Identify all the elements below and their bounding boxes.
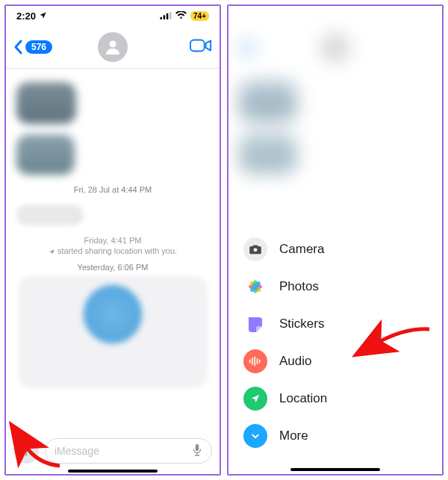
svg-point-4 [110, 40, 116, 47]
stickers-icon [243, 312, 267, 336]
svg-point-7 [254, 248, 258, 252]
status-bar: 2:20 74+ [6, 6, 220, 25]
sheet-item-camera[interactable]: Camera [243, 231, 427, 268]
back-count-badge: 576 [25, 40, 52, 54]
timestamp: Fri, 28 Jul at 4:44 PM [12, 185, 214, 194]
message-bubble [16, 134, 75, 175]
sheet-item-label: Location [279, 391, 327, 406]
status-time: 2:20 [16, 10, 36, 22]
more-icon [243, 424, 267, 448]
sheet-item-label: More [279, 428, 308, 443]
plus-icon [19, 444, 33, 458]
sheet-item-location[interactable]: Location [243, 380, 427, 417]
sheet-item-label: Stickers [279, 317, 324, 331]
camera-icon [243, 237, 267, 261]
sheet-item-stickers[interactable]: Stickers [243, 305, 427, 343]
home-indicator [68, 470, 158, 473]
message-bubble [16, 205, 84, 225]
plus-button[interactable] [13, 438, 39, 464]
dictation-icon[interactable] [192, 443, 202, 459]
sheet-item-label: Camera [279, 242, 324, 257]
link-preview-card[interactable] [18, 276, 208, 388]
audio-icon [243, 349, 267, 373]
timestamp: Yesterday, 6:06 PM [12, 263, 214, 272]
message-bubble [16, 82, 76, 124]
svg-rect-0 [161, 16, 163, 19]
svg-rect-3 [169, 12, 172, 19]
sheet-item-more[interactable]: More [243, 417, 427, 455]
sheet-item-photos[interactable]: Photos [243, 268, 427, 305]
attachment-sheet: Camera Photos Stickers Audio Location [228, 220, 442, 474]
message-input[interactable]: iMessage [45, 438, 212, 464]
sheet-item-audio[interactable]: Audio [243, 343, 427, 380]
contact-avatar[interactable] [98, 32, 128, 62]
message-placeholder: iMessage [55, 445, 99, 457]
back-button[interactable]: 576 [13, 40, 52, 54]
svg-rect-6 [196, 443, 199, 450]
sheet-item-label: Photos [279, 279, 319, 294]
chat-body[interactable]: Fri, 28 Jul at 4:44 PM Friday, 4:41 PM s… [6, 69, 220, 426]
cellular-signal-icon [160, 10, 172, 22]
attachment-sheet-screen: Camera Photos Stickers Audio Location [227, 4, 444, 476]
svg-rect-5 [190, 40, 205, 51]
svg-rect-2 [167, 13, 169, 19]
home-indicator [290, 468, 380, 471]
battery-badge: 74+ [190, 11, 209, 21]
location-services-icon [39, 10, 47, 22]
sheet-item-label: Audio [279, 354, 311, 369]
person-icon [104, 38, 122, 56]
facetime-button[interactable] [190, 38, 212, 56]
timestamp: Friday, 4:41 PM [12, 236, 214, 245]
composer: iMessage [6, 434, 220, 468]
photos-icon [243, 275, 267, 299]
wifi-icon [175, 10, 187, 22]
system-message: started sharing location with you. [12, 246, 214, 255]
nav-bar: 576 [6, 25, 220, 69]
svg-rect-1 [164, 15, 166, 19]
location-icon [243, 387, 267, 411]
messages-screen: 2:20 74+ 576 Fri, 28 Jul [4, 4, 221, 476]
